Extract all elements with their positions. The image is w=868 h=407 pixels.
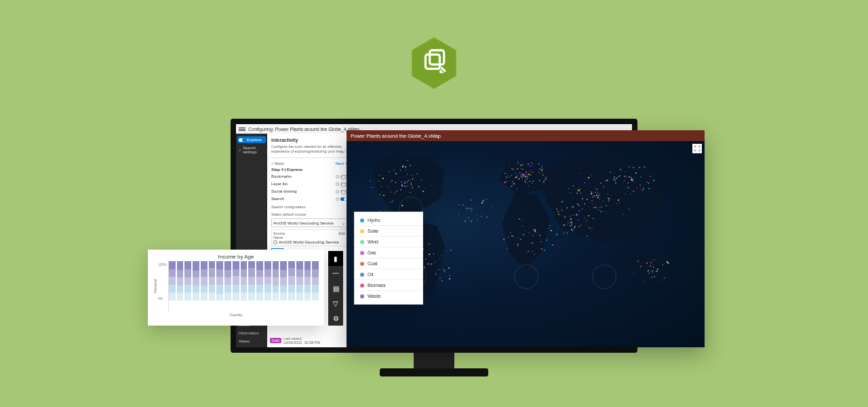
chevron-down-icon: ⌄ [342,220,345,225]
map-point [598,210,599,211]
legend-row[interactable]: Solar [355,226,422,237]
map-point [591,228,592,229]
map-point [619,175,620,176]
map-point [652,272,652,273]
bar-column [288,261,295,301]
legend-row[interactable]: Hydro [355,215,422,226]
chart-type-toolbar: ▮ 〰 ▤ ▽ ⚙ [328,251,343,326]
map-point [549,225,551,227]
map-point [588,177,589,178]
line-chart-icon[interactable]: 〰 [328,266,343,281]
map-point [532,242,533,244]
sidebar-item-views[interactable]: Views [237,338,266,345]
default-source-select[interactable]: ArcGIS World Geocoding Service ⌄ [271,218,347,227]
back-button[interactable]: < Back [271,161,284,166]
map-point [564,233,565,234]
map-point [574,227,574,228]
map-point [629,208,629,209]
map-point [577,204,578,205]
map-point [459,204,460,205]
menu-icon[interactable] [239,128,245,131]
map-point [519,218,520,220]
map-point [439,277,441,279]
sidebar-item-express[interactable]: Express [237,136,266,143]
map-point [582,208,583,209]
next-button[interactable]: Next > [335,161,347,166]
map-point [469,219,469,220]
map-point [402,166,403,167]
map-point [532,251,533,252]
map-point [539,180,540,181]
map-point [601,206,602,208]
bar-column [169,261,176,301]
select-value: ArcGIS World Geocoding Service [273,221,334,225]
map-point [532,172,533,172]
sidebar-item-information[interactable]: Information [237,330,266,336]
legend-row[interactable]: Gas [355,248,422,258]
map-point [652,271,652,271]
legend-row[interactable]: Biomass [355,280,422,291]
bar-column [248,261,255,301]
map-point [502,169,503,170]
chart-title: Income by Age [153,254,319,260]
map-point [600,211,601,212]
map-point [642,190,642,191]
map-point [528,163,529,165]
row-label: Bookmarks [271,174,292,178]
map-point [654,265,654,265]
bar-column [256,261,263,301]
map-point [486,199,488,200]
settings-icon[interactable]: ⚙ [328,311,343,326]
filter-icon[interactable]: ▽ [328,296,343,311]
map-point [544,250,545,251]
info-icon[interactable] [336,175,339,178]
map-point [515,176,517,178]
last-saved-time: 10/03/2022, 10:38 PM [283,341,320,345]
legend-row[interactable]: Oil [355,269,422,280]
map-point [517,188,517,189]
map-point [651,277,652,278]
edit-link[interactable]: Edit [339,231,345,239]
map-point [591,193,592,195]
info-icon[interactable] [336,182,339,186]
bar-chart-icon[interactable]: ▮ [328,251,343,266]
info-icon[interactable] [336,190,339,193]
expand-button[interactable]: ⛶ [692,144,702,153]
map-point [513,236,513,237]
map-point [629,176,630,178]
map-point [640,176,642,178]
table-icon[interactable]: ▤ [328,281,343,296]
legend-row[interactable]: Waste [355,291,422,301]
map-point [657,269,658,270]
info-icon[interactable] [336,197,339,201]
map-point [527,176,528,178]
row-label: Search [271,197,284,201]
search-icon: ⌕ [239,148,241,152]
legend-dot-icon [360,218,364,222]
map-point [610,172,611,173]
map-point [406,181,407,182]
map-point [390,201,391,201]
map-point [614,180,616,181]
map-point [507,248,507,248]
map-point [477,208,478,208]
sidebar-item-search-settings[interactable]: ⌕ Search settings [237,144,266,155]
bar-column [312,261,319,301]
legend-dot-icon [360,229,364,233]
map-point [654,276,655,277]
legend-row[interactable]: Coal [355,258,422,269]
map-point [557,228,557,229]
legend-row[interactable]: Wind [355,237,422,248]
map-point [395,173,397,174]
legend-label: Wind [368,239,378,244]
map-point [631,194,632,195]
toggle-icon [239,138,245,142]
row-label: Social sharing [271,189,297,193]
map-point [596,189,597,190]
map-point [567,234,568,235]
map-point [439,259,440,260]
map-point [540,241,542,243]
row-search: Search [271,196,347,201]
map-point [578,220,578,220]
map-point [572,206,574,208]
